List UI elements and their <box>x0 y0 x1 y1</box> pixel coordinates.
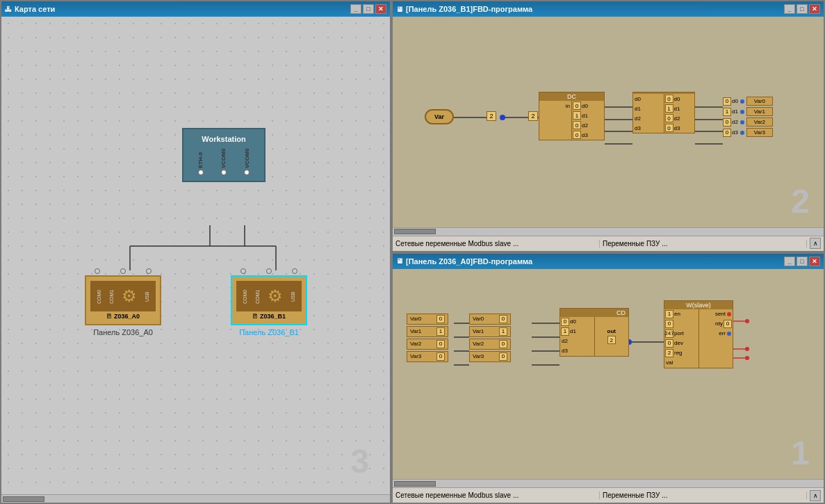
bottom-fbd-scrollbar[interactable] <box>393 479 824 487</box>
panel-b1-box: COM0 COM1 ⚙ USB 🖹 Z036_B1 <box>231 275 307 325</box>
panel-b1-dot-com0 <box>240 268 246 274</box>
panel-b1-port-com1: COM1 <box>255 288 260 305</box>
canvas-number-3: 3 <box>350 442 369 480</box>
bottom-fbd-controls[interactable]: _ □ ✕ <box>784 257 820 266</box>
bottom-fbd-maximize[interactable]: □ <box>797 257 808 266</box>
panel-a0-dot-com0 <box>95 268 100 274</box>
left-scrollbar-thumb[interactable] <box>3 496 44 502</box>
minimize-button[interactable]: _ <box>350 4 361 14</box>
panel-b1-port-com0: COM0 <box>243 288 247 305</box>
bottom-fbd-scrollbar-thumb[interactable] <box>394 481 436 487</box>
svg-point-9 <box>500 115 505 120</box>
panel-b1-name-row: 🖹 Z036_B1 <box>236 313 302 320</box>
network-icon: 🖧 <box>5 6 12 13</box>
bottom-fbd-minimize[interactable]: _ <box>784 257 795 266</box>
workstation-label: Workstation <box>202 135 245 143</box>
ws-port-vcom1-label: VCOM0 <box>244 147 250 168</box>
top-fbd-statusbar: Сетевые переменные Modbus slave ... Пере… <box>393 236 824 251</box>
ws-dot-eth <box>198 170 204 175</box>
ws-dot-vcom1 <box>244 170 250 175</box>
top-fbd-canvas: Var 2 2 DC in 0 d0 <box>393 17 824 227</box>
panel-b1-dot-usb <box>292 268 297 274</box>
network-canvas: Workstation ETH-0 VCOM0 VCOM0 <box>1 17 390 494</box>
network-map-window: 🖧 Карта сети _ □ ✕ <box>0 0 391 504</box>
top-dc-block: DC in 0 d0 1 d1 <box>539 92 605 140</box>
network-map-controls[interactable]: _ □ ✕ <box>350 4 386 14</box>
bottom-fbd-wires <box>393 269 824 480</box>
panel-a0-name-row: 🖹 Z036_A0 <box>90 313 156 320</box>
panel-a0-inner: COM0 COM1 ⚙ USB <box>90 281 156 311</box>
bottom-fbd-number: 1 <box>791 434 810 472</box>
bottom-left-var-blocks: Var0 0 Var1 1 Var2 0 Var3 0 <box>407 314 448 362</box>
bottom-fbd-close[interactable]: ✕ <box>809 257 820 266</box>
bottom-wslave-block: W(slave) 1 en 0 247 p <box>664 300 733 368</box>
workstation-box: Workstation ETH-0 VCOM0 VCOM0 <box>182 128 266 182</box>
panel-a0-port-com1: COM1 <box>109 288 114 305</box>
panel-z036-b1[interactable]: COM0 COM1 ⚙ USB 🖹 Z036_B1 Панель Z036_B1 <box>231 267 307 336</box>
svg-point-33 <box>745 347 749 351</box>
top-fbd-close[interactable]: ✕ <box>809 4 820 14</box>
right-panels: 🖥 [Панель Z036_B1]FBD-программа _ □ ✕ <box>391 0 825 504</box>
svg-point-34 <box>745 356 749 360</box>
ws-dot-vcom0 <box>221 170 227 175</box>
panel-a0-label: Панель Z036_A0 <box>85 328 161 336</box>
top-fbd-title: [Панель Z036_B1]FBD-программа <box>406 5 781 13</box>
top-fbd-scrollbar[interactable] <box>393 227 824 236</box>
top-middle-block: d0 d1 d2 d3 <box>632 92 695 133</box>
ws-port-eth-label: ETH-0 <box>197 147 204 168</box>
ws-port-vcom0: VCOM0 <box>220 147 227 175</box>
top-fbd-status-right: Переменные ПЗУ ... <box>603 240 807 247</box>
bottom-fbd-window: 🖥 [Панель Z036_A0]FBD-программа _ □ ✕ <box>391 252 825 505</box>
top-var-oval: Var <box>425 109 454 124</box>
bottom-fbd-statusbar: Сетевые переменные Modbus slave ... Пере… <box>393 487 824 503</box>
panel-b1-dot-com1 <box>266 268 272 274</box>
top-fbd-titlebar: 🖥 [Панель Z036_B1]FBD-программа _ □ ✕ <box>393 1 824 17</box>
top-right-var-blocks: 0 d0 Var0 1 d1 Var1 0 d2 <box>723 97 773 137</box>
maximize-button[interactable]: □ <box>363 4 374 14</box>
bottom-cd-block: CD 0 d0 1 d1 d2 <box>559 308 629 357</box>
bottom-fbd-status-left: Сетевые переменные Modbus slave ... <box>395 491 600 499</box>
bottom-fbd-status-right: Переменные ПЗУ ... <box>603 491 807 499</box>
bottom-fbd-titlebar: 🖥 [Панель Z036_A0]FBD-программа _ □ ✕ <box>393 254 824 269</box>
panel-a0-box: COM0 COM1 ⚙ USB 🖹 Z036_A0 <box>85 275 161 325</box>
panel-a0-port-com0: COM0 <box>97 288 101 305</box>
panel-a0-dot-usb <box>146 268 152 274</box>
top-fbd-minimize[interactable]: _ <box>784 4 795 14</box>
top-fbd-icon: 🖥 <box>396 6 403 13</box>
connection-lines <box>1 17 390 494</box>
top-val-2-left: 2 <box>487 111 496 121</box>
top-fbd-number: 2 <box>791 182 810 220</box>
panel-z036-a0[interactable]: COM0 COM1 ⚙ USB 🖹 Z036_A0 Панель Z036_A0 <box>85 267 161 336</box>
ws-port-eth: ETH-0 <box>197 147 204 175</box>
left-scrollbar[interactable] <box>1 494 390 503</box>
bottom-fbd-icon: 🖥 <box>396 257 403 265</box>
top-fbd-scrollbar-thumb[interactable] <box>394 229 436 234</box>
panel-b1-label: Панель Z036_B1 <box>231 328 307 336</box>
panel-b1-inner: COM0 COM1 ⚙ USB <box>236 281 302 311</box>
top-fbd-maximize[interactable]: □ <box>797 4 808 14</box>
network-map-titlebar: 🖧 Карта сети _ □ ✕ <box>1 1 390 17</box>
bottom-fbd-canvas: Var0 0 Var1 1 Var2 0 Var3 0 Var0 0 <box>393 269 824 480</box>
panel-a0-port-usb: USB <box>145 288 149 305</box>
top-val-2-right: 2 <box>528 111 538 121</box>
network-map-title: Карта сети <box>15 5 348 13</box>
bottom-fbd-title: [Панель Z036_A0]FBD-программа <box>406 257 781 266</box>
top-fbd-window: 🖥 [Панель Z036_B1]FBD-программа _ □ ✕ <box>391 0 825 252</box>
top-fbd-status-btn[interactable]: ∧ <box>810 238 821 249</box>
ws-port-vcom1: VCOM0 <box>244 147 250 175</box>
bottom-middle-var-blocks: Var0 0 Var1 1 Var2 0 Var3 0 <box>469 314 511 362</box>
workstation-node[interactable]: Workstation ETH-0 VCOM0 VCOM0 <box>182 128 266 182</box>
close-button[interactable]: ✕ <box>375 4 386 14</box>
bottom-fbd-status-btn[interactable]: ∧ <box>810 490 821 501</box>
panel-b1-port-usb: USB <box>291 288 295 305</box>
svg-point-32 <box>745 319 749 323</box>
ws-port-vcom0-label: VCOM0 <box>220 147 227 168</box>
top-fbd-controls[interactable]: _ □ ✕ <box>784 4 820 14</box>
panel-a0-dot-com1 <box>120 268 126 274</box>
top-fbd-status-left: Сетевые переменные Modbus slave ... <box>395 240 600 247</box>
